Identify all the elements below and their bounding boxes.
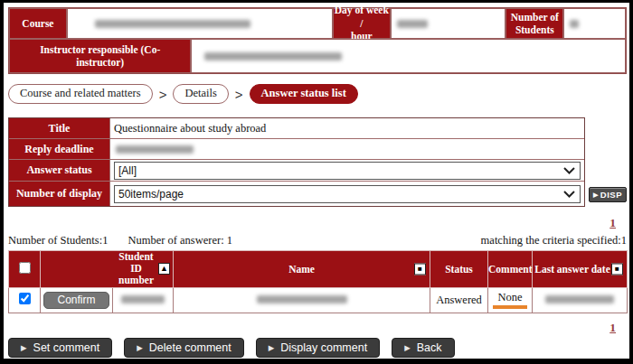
chevron-right-icon: > — [159, 87, 167, 102]
breadcrumb: Course and related matters > Details > A… — [8, 83, 358, 105]
redacted-student-count — [570, 20, 579, 28]
title-value: Questionnaire about study abroad — [110, 118, 584, 138]
disp-button-label: DISP — [600, 190, 622, 200]
comment-none-value: None — [493, 291, 526, 309]
summary-counts: Number of Students:1 Number of answerer:… — [8, 234, 627, 247]
day-of-week-label: Day of week / hour — [333, 8, 391, 39]
answer-status-select-wrap: [All] — [114, 162, 581, 180]
answer-status-select[interactable]: [All] — [114, 162, 581, 180]
reply-deadline-value — [110, 139, 584, 159]
day-of-week-value — [391, 8, 506, 39]
number-of-display-label: Number of display — [9, 182, 110, 206]
confirm-button[interactable]: Confirm — [43, 292, 109, 309]
redacted-course-name — [95, 20, 250, 28]
course-label: Course — [9, 8, 67, 39]
row-student-id-cell — [113, 287, 174, 313]
button-arrow-icon: ▶ — [137, 344, 143, 352]
course-info-table: Course Day of week / hour Number of Stud… — [8, 7, 627, 74]
instructor-label: Instructor responsible (Co- instructor) — [9, 39, 191, 73]
number-of-students-count: Number of Students:1 — [8, 234, 108, 247]
answer-status-list-window: Course Day of week / hour Number of Stud… — [0, 0, 633, 364]
button-arrow-icon: ▶ — [21, 344, 27, 352]
comment-header-label: Comment — [488, 264, 533, 275]
redacted-day-hour — [397, 20, 428, 28]
row-comment-cell: None — [488, 287, 533, 313]
back-button[interactable]: ▶Back — [392, 338, 454, 358]
course-value — [67, 8, 333, 39]
header-last-answer-date: Last answer date ■ — [533, 251, 628, 288]
sort-icon[interactable]: ■ — [414, 263, 426, 275]
instructor-value — [191, 39, 626, 73]
page-1-link[interactable]: 1 — [609, 216, 616, 229]
breadcrumb-details[interactable]: Details — [173, 84, 228, 104]
redacted-last-answer-date — [545, 295, 614, 303]
breadcrumb-course-and-related-matters[interactable]: Course and related matters — [8, 84, 153, 104]
display-comment-label: Display comment — [280, 341, 367, 354]
button-arrow-icon: ▶ — [404, 344, 411, 352]
table-header-row: Student ID number ▲ Name ■ Status Commen… — [9, 251, 628, 288]
questionnaire-filter-table: Title Questionnaire about study abroad R… — [8, 117, 585, 207]
number-of-students-value — [563, 8, 626, 39]
number-of-answerer-count: Number of answerer: 1 — [128, 234, 232, 247]
status-header-label: Status — [445, 264, 473, 275]
reply-deadline-label: Reply deadline — [9, 139, 110, 159]
row-last-answer-date-cell — [533, 287, 628, 313]
set-comment-button[interactable]: ▶Set comment — [8, 338, 112, 358]
row-status-cell: Answered — [430, 287, 488, 313]
row-name-cell — [174, 287, 430, 313]
header-status: Status — [430, 251, 488, 288]
redacted-student-id — [121, 295, 165, 303]
row-select-cell — [9, 287, 41, 313]
breadcrumb-answer-status-list[interactable]: Answer status list — [250, 84, 358, 104]
sort-ascending-icon[interactable]: ▲ — [158, 263, 170, 275]
row-confirm-cell: Confirm — [41, 287, 113, 313]
pagination-bottom: 1 — [4, 319, 629, 335]
disp-button[interactable]: ▶DISP — [589, 187, 627, 202]
select-all-checkbox[interactable] — [19, 262, 31, 274]
back-label: Back — [417, 341, 442, 354]
header-comment: Comment — [488, 251, 533, 288]
student-id-header-label: Student ID number — [118, 251, 154, 287]
number-of-students-label: Number of Students — [505, 8, 563, 39]
display-comment-button[interactable]: ▶Display comment — [256, 338, 380, 358]
sort-icon[interactable]: ■ — [611, 263, 623, 275]
row-checkbox[interactable] — [19, 293, 31, 304]
chevron-right-icon: > — [235, 87, 243, 102]
delete-comment-button[interactable]: ▶Delete comment — [124, 338, 244, 358]
name-header-label: Name — [288, 264, 315, 275]
delete-comment-label: Delete comment — [149, 341, 231, 354]
pagination-top: 1 — [4, 214, 629, 230]
last-answer-date-header-label: Last answer date — [534, 264, 609, 275]
answer-status-table: Student ID number ▲ Name ■ Status Commen… — [8, 250, 628, 313]
page-1-link[interactable]: 1 — [609, 321, 616, 334]
footer-actions: ▶Set comment ▶Delete comment ▶Display co… — [8, 338, 455, 358]
answer-status-label: Answer status — [9, 160, 110, 181]
title-label: Title — [9, 118, 110, 138]
number-of-display-select[interactable]: 50items/page — [114, 185, 581, 203]
redacted-student-name — [257, 295, 347, 303]
header-name: Name ■ — [174, 251, 430, 288]
table-row: Confirm Answered None — [9, 287, 628, 313]
header-select-all-cell — [9, 251, 41, 288]
set-comment-label: Set comment — [33, 341, 100, 354]
redacted-deadline — [116, 145, 194, 154]
header-student-id: Student ID number ▲ — [41, 251, 174, 288]
disp-arrow-icon: ▶ — [593, 191, 599, 198]
button-arrow-icon: ▶ — [269, 344, 275, 352]
matching-criteria-count: matching the criteria specified:1 — [481, 234, 627, 247]
number-of-display-select-wrap: 50items/page — [114, 185, 581, 203]
redacted-instructor-name — [204, 52, 342, 61]
